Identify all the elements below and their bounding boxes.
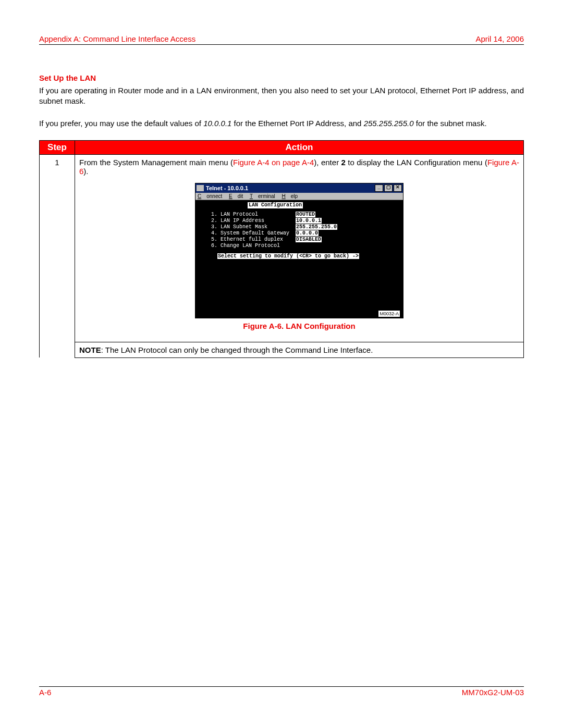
menu-connect[interactable]: CConnectonnect (198, 193, 222, 199)
terminal-prompt: Select setting to modify (<CR> to go bac… (217, 253, 387, 260)
header-right: April 14, 2006 (475, 34, 524, 43)
page-header: Appendix A: Command Line Interface Acces… (39, 34, 524, 45)
table-row: 1 From the System Management main menu (… (40, 154, 524, 342)
menu-help[interactable]: Help (282, 193, 298, 199)
note-cell: NOTE: The LAN Protocol can only be chang… (75, 342, 524, 357)
step1-b: ), enter (314, 158, 341, 167)
th-action: Action (75, 140, 524, 154)
figure-internal-id: M0032-A (378, 311, 400, 317)
note-row: NOTE: The LAN Protocol can only be chang… (40, 342, 524, 357)
para2-ip: 10.0.0.1 (203, 119, 231, 128)
para2-c: for the subnet mask. (414, 119, 487, 128)
step-number: 1 (40, 154, 75, 342)
step1-d: ). (83, 167, 88, 176)
telnet-app-icon (197, 185, 204, 191)
header-left: Appendix A: Command Line Interface Acces… (39, 34, 195, 43)
telnet-window: Telnet - 10.0.0.1 _ ▢ ✕ CConnectonnect E… (195, 183, 403, 318)
note-empty-step (40, 342, 75, 357)
step1-bold: 2 (341, 158, 346, 167)
section-title: Set Up the LAN (39, 73, 524, 82)
page-footer: A-6 MM70xG2-UM-03 (39, 686, 524, 697)
term-row-2: 2. LAN IP Address 10.0.0.1 (211, 218, 387, 224)
note-body: : The LAN Protocol can only be changed t… (101, 346, 373, 354)
para2-mask: 255.255.255.0 (364, 119, 414, 128)
telnet-menubar: CConnectonnect Edit Terminal Help (195, 193, 403, 200)
paragraph-1: If you are operating in Router mode and … (39, 85, 524, 107)
term-row-1: 1. LAN Protocol ROUTED (211, 212, 387, 218)
th-step: Step (40, 140, 75, 154)
maximize-icon[interactable]: ▢ (384, 184, 393, 192)
telnet-titlebar: Telnet - 10.0.0.1 _ ▢ ✕ (195, 183, 403, 193)
figure-a4-link[interactable]: Figure A-4 on page A-4 (233, 158, 314, 167)
window-buttons: _ ▢ ✕ (375, 184, 402, 192)
step1-c: to display the LAN Configuration menu ( (346, 158, 487, 167)
note-text: NOTE: The LAN Protocol can only be chang… (79, 346, 519, 354)
footer-left: A-6 (39, 688, 51, 697)
note-label: NOTE (79, 346, 101, 354)
telnet-title: Telnet - 10.0.0.1 (206, 185, 248, 191)
terminal-content: LAN Configuration 1. LAN Protocol ROUTED… (195, 200, 403, 318)
table-header-row: Step Action (40, 140, 524, 154)
steps-table: Step Action 1 From the System Management… (39, 140, 524, 358)
step-action-text: From the System Management main menu (Fi… (79, 158, 519, 176)
term-row-5: 5. Ethernet full duplex DISABLED (211, 237, 387, 243)
step1-a: From the System Management main menu ( (79, 158, 233, 167)
menu-edit[interactable]: Edit (229, 193, 243, 199)
document-page: Appendix A: Command Line Interface Acces… (0, 0, 563, 728)
step-action-cell: From the System Management main menu (Fi… (75, 154, 524, 342)
close-icon[interactable]: ✕ (394, 184, 402, 192)
paragraph-2: If you prefer, you may use the default v… (39, 118, 524, 129)
figure-caption: Figure A-6. LAN Configuration (79, 322, 519, 330)
para2-b: for the Ethernet Port IP Address, and (231, 119, 363, 128)
footer-right: MM70xG2-UM-03 (462, 688, 524, 697)
menu-terminal[interactable]: Terminal (250, 193, 275, 199)
para2-a: If you prefer, you may use the default v… (39, 119, 203, 128)
term-row-3: 3. LAN Subnet Mask 255.255.255.0 (211, 224, 387, 230)
term-row-6: 6. Change LAN Protocol (211, 243, 387, 249)
term-row-4: 4. System Default Gateway 0.0.0.0 (211, 230, 387, 237)
terminal-screen-title: LAN Configuration (248, 202, 303, 208)
minimize-icon[interactable]: _ (375, 184, 383, 192)
